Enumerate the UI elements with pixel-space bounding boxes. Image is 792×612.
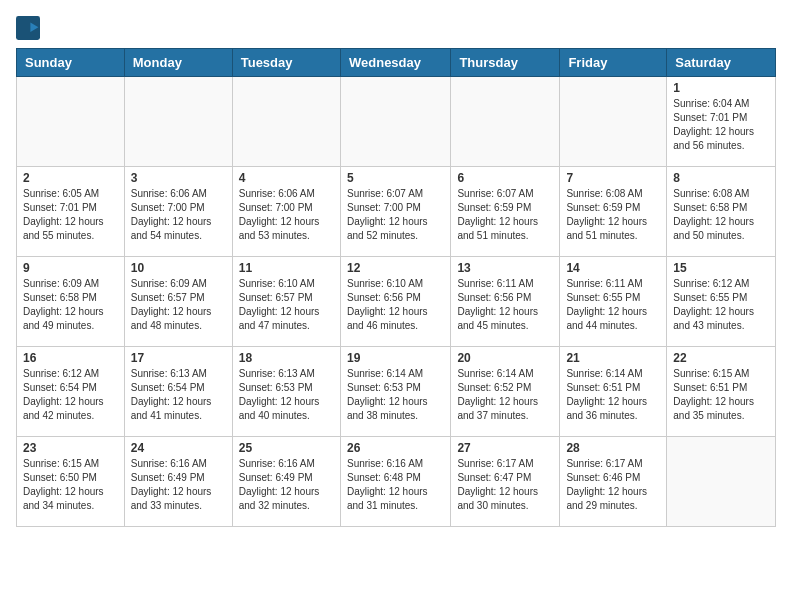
calendar-header-tuesday: Tuesday: [232, 49, 340, 77]
calendar-header-saturday: Saturday: [667, 49, 776, 77]
day-info: Sunrise: 6:17 AM Sunset: 6:46 PM Dayligh…: [566, 457, 660, 513]
day-cell: 19Sunrise: 6:14 AM Sunset: 6:53 PM Dayli…: [340, 347, 450, 437]
header: [16, 16, 776, 40]
week-row-2: 2Sunrise: 6:05 AM Sunset: 7:01 PM Daylig…: [17, 167, 776, 257]
day-cell: 11Sunrise: 6:10 AM Sunset: 6:57 PM Dayli…: [232, 257, 340, 347]
day-info: Sunrise: 6:14 AM Sunset: 6:51 PM Dayligh…: [566, 367, 660, 423]
day-number: 5: [347, 171, 444, 185]
week-row-5: 23Sunrise: 6:15 AM Sunset: 6:50 PM Dayli…: [17, 437, 776, 527]
day-info: Sunrise: 6:16 AM Sunset: 6:49 PM Dayligh…: [239, 457, 334, 513]
day-cell: [667, 437, 776, 527]
day-info: Sunrise: 6:10 AM Sunset: 6:57 PM Dayligh…: [239, 277, 334, 333]
day-info: Sunrise: 6:06 AM Sunset: 7:00 PM Dayligh…: [239, 187, 334, 243]
day-cell: 12Sunrise: 6:10 AM Sunset: 6:56 PM Dayli…: [340, 257, 450, 347]
day-info: Sunrise: 6:15 AM Sunset: 6:50 PM Dayligh…: [23, 457, 118, 513]
day-info: Sunrise: 6:10 AM Sunset: 6:56 PM Dayligh…: [347, 277, 444, 333]
day-info: Sunrise: 6:16 AM Sunset: 6:48 PM Dayligh…: [347, 457, 444, 513]
day-cell: 18Sunrise: 6:13 AM Sunset: 6:53 PM Dayli…: [232, 347, 340, 437]
week-row-1: 1Sunrise: 6:04 AM Sunset: 7:01 PM Daylig…: [17, 77, 776, 167]
day-info: Sunrise: 6:13 AM Sunset: 6:53 PM Dayligh…: [239, 367, 334, 423]
day-cell: 26Sunrise: 6:16 AM Sunset: 6:48 PM Dayli…: [340, 437, 450, 527]
week-row-4: 16Sunrise: 6:12 AM Sunset: 6:54 PM Dayli…: [17, 347, 776, 437]
day-number: 20: [457, 351, 553, 365]
calendar-header-sunday: Sunday: [17, 49, 125, 77]
day-number: 19: [347, 351, 444, 365]
day-cell: 22Sunrise: 6:15 AM Sunset: 6:51 PM Dayli…: [667, 347, 776, 437]
day-cell: [451, 77, 560, 167]
day-cell: 25Sunrise: 6:16 AM Sunset: 6:49 PM Dayli…: [232, 437, 340, 527]
day-info: Sunrise: 6:14 AM Sunset: 6:52 PM Dayligh…: [457, 367, 553, 423]
day-cell: [17, 77, 125, 167]
day-info: Sunrise: 6:04 AM Sunset: 7:01 PM Dayligh…: [673, 97, 769, 153]
day-cell: 20Sunrise: 6:14 AM Sunset: 6:52 PM Dayli…: [451, 347, 560, 437]
day-number: 18: [239, 351, 334, 365]
day-cell: 6Sunrise: 6:07 AM Sunset: 6:59 PM Daylig…: [451, 167, 560, 257]
day-number: 25: [239, 441, 334, 455]
day-info: Sunrise: 6:08 AM Sunset: 6:58 PM Dayligh…: [673, 187, 769, 243]
day-number: 17: [131, 351, 226, 365]
calendar-header-row: SundayMondayTuesdayWednesdayThursdayFrid…: [17, 49, 776, 77]
day-number: 14: [566, 261, 660, 275]
day-number: 22: [673, 351, 769, 365]
day-number: 3: [131, 171, 226, 185]
day-number: 8: [673, 171, 769, 185]
day-info: Sunrise: 6:08 AM Sunset: 6:59 PM Dayligh…: [566, 187, 660, 243]
calendar-header-friday: Friday: [560, 49, 667, 77]
day-cell: 10Sunrise: 6:09 AM Sunset: 6:57 PM Dayli…: [124, 257, 232, 347]
calendar-header-thursday: Thursday: [451, 49, 560, 77]
day-cell: 2Sunrise: 6:05 AM Sunset: 7:01 PM Daylig…: [17, 167, 125, 257]
day-number: 27: [457, 441, 553, 455]
day-info: Sunrise: 6:09 AM Sunset: 6:58 PM Dayligh…: [23, 277, 118, 333]
day-cell: 9Sunrise: 6:09 AM Sunset: 6:58 PM Daylig…: [17, 257, 125, 347]
day-number: 6: [457, 171, 553, 185]
day-info: Sunrise: 6:17 AM Sunset: 6:47 PM Dayligh…: [457, 457, 553, 513]
day-cell: 23Sunrise: 6:15 AM Sunset: 6:50 PM Dayli…: [17, 437, 125, 527]
day-cell: 3Sunrise: 6:06 AM Sunset: 7:00 PM Daylig…: [124, 167, 232, 257]
day-info: Sunrise: 6:09 AM Sunset: 6:57 PM Dayligh…: [131, 277, 226, 333]
day-number: 28: [566, 441, 660, 455]
day-number: 16: [23, 351, 118, 365]
calendar-table: SundayMondayTuesdayWednesdayThursdayFrid…: [16, 48, 776, 527]
day-cell: 21Sunrise: 6:14 AM Sunset: 6:51 PM Dayli…: [560, 347, 667, 437]
day-number: 15: [673, 261, 769, 275]
day-cell: 4Sunrise: 6:06 AM Sunset: 7:00 PM Daylig…: [232, 167, 340, 257]
day-info: Sunrise: 6:15 AM Sunset: 6:51 PM Dayligh…: [673, 367, 769, 423]
day-number: 23: [23, 441, 118, 455]
day-cell: [124, 77, 232, 167]
day-number: 12: [347, 261, 444, 275]
calendar-header-monday: Monday: [124, 49, 232, 77]
day-info: Sunrise: 6:06 AM Sunset: 7:00 PM Dayligh…: [131, 187, 226, 243]
day-cell: 14Sunrise: 6:11 AM Sunset: 6:55 PM Dayli…: [560, 257, 667, 347]
day-info: Sunrise: 6:13 AM Sunset: 6:54 PM Dayligh…: [131, 367, 226, 423]
day-number: 24: [131, 441, 226, 455]
day-number: 4: [239, 171, 334, 185]
day-number: 11: [239, 261, 334, 275]
logo-icon: [16, 16, 40, 40]
day-cell: 1Sunrise: 6:04 AM Sunset: 7:01 PM Daylig…: [667, 77, 776, 167]
day-info: Sunrise: 6:16 AM Sunset: 6:49 PM Dayligh…: [131, 457, 226, 513]
day-info: Sunrise: 6:14 AM Sunset: 6:53 PM Dayligh…: [347, 367, 444, 423]
day-cell: 28Sunrise: 6:17 AM Sunset: 6:46 PM Dayli…: [560, 437, 667, 527]
day-info: Sunrise: 6:12 AM Sunset: 6:55 PM Dayligh…: [673, 277, 769, 333]
day-cell: [340, 77, 450, 167]
day-number: 7: [566, 171, 660, 185]
day-info: Sunrise: 6:11 AM Sunset: 6:55 PM Dayligh…: [566, 277, 660, 333]
day-number: 2: [23, 171, 118, 185]
day-number: 1: [673, 81, 769, 95]
day-info: Sunrise: 6:11 AM Sunset: 6:56 PM Dayligh…: [457, 277, 553, 333]
day-cell: 7Sunrise: 6:08 AM Sunset: 6:59 PM Daylig…: [560, 167, 667, 257]
logo: [16, 16, 44, 40]
day-info: Sunrise: 6:12 AM Sunset: 6:54 PM Dayligh…: [23, 367, 118, 423]
day-cell: 17Sunrise: 6:13 AM Sunset: 6:54 PM Dayli…: [124, 347, 232, 437]
day-number: 26: [347, 441, 444, 455]
day-cell: 24Sunrise: 6:16 AM Sunset: 6:49 PM Dayli…: [124, 437, 232, 527]
day-cell: 27Sunrise: 6:17 AM Sunset: 6:47 PM Dayli…: [451, 437, 560, 527]
day-number: 10: [131, 261, 226, 275]
day-cell: 13Sunrise: 6:11 AM Sunset: 6:56 PM Dayli…: [451, 257, 560, 347]
day-cell: 8Sunrise: 6:08 AM Sunset: 6:58 PM Daylig…: [667, 167, 776, 257]
day-info: Sunrise: 6:07 AM Sunset: 7:00 PM Dayligh…: [347, 187, 444, 243]
day-info: Sunrise: 6:05 AM Sunset: 7:01 PM Dayligh…: [23, 187, 118, 243]
day-cell: 16Sunrise: 6:12 AM Sunset: 6:54 PM Dayli…: [17, 347, 125, 437]
day-number: 9: [23, 261, 118, 275]
day-info: Sunrise: 6:07 AM Sunset: 6:59 PM Dayligh…: [457, 187, 553, 243]
